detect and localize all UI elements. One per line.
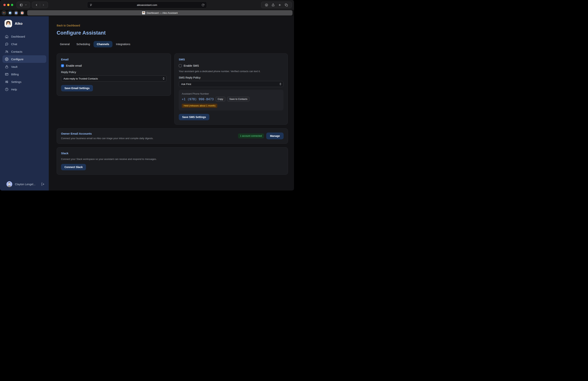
reply-policy-value: Auto-reply to Trusted Contacts — [63, 77, 98, 80]
assistant-phone-number: +1 (978) 990-8473 — [182, 98, 214, 101]
email-heading: Email — [61, 58, 167, 61]
sliders-icon — [5, 80, 8, 84]
logout-icon[interactable] — [41, 182, 44, 186]
blue-circle-app-icon — [9, 12, 12, 14]
contacts-icon — [5, 50, 8, 53]
reply-policy-select[interactable]: Auto-reply to Trusted Contacts — [61, 76, 167, 81]
sidebar-item-label: Help — [11, 88, 17, 91]
tab-strip: Dashboard — Aiko Assistant — [0, 10, 294, 16]
lock-icon — [5, 65, 8, 69]
sidebar-item-label: Dashboard — [11, 35, 25, 38]
sidebar-item-dashboard[interactable]: Dashboard — [2, 33, 46, 40]
slack-card: Slack Connect your Slack workspace so yo… — [57, 147, 288, 175]
owner-email-heading: Owner Email Accounts — [61, 132, 153, 135]
sidebar-item-contacts[interactable]: Contacts — [2, 48, 46, 55]
slack-heading: Slack — [61, 152, 284, 155]
manage-button[interactable]: Manage — [266, 133, 284, 139]
toolbar-actions-group — [261, 2, 292, 8]
sms-card: SMS Enable SMS Your assistant gets a ded… — [174, 53, 288, 125]
browser-toolbar: aikoassistant.com — [0, 0, 294, 10]
chevron-down-icon[interactable] — [24, 4, 28, 6]
divider — [40, 3, 40, 7]
sidebar-toggle-icon[interactable] — [19, 3, 24, 7]
app-body: Aiko Dashboard Chat Contacts Configure — [0, 16, 294, 191]
sidebar-item-help[interactable]: Help — [2, 85, 46, 93]
pinned-tab-spiral-app[interactable] — [14, 10, 19, 15]
phone-label: Assistant Phone Number — [182, 92, 280, 95]
tab-channels[interactable]: Channels — [94, 41, 112, 47]
page-settings-icon[interactable] — [90, 4, 92, 6]
sidebar-nav: Dashboard Chat Contacts Configure Vault — [0, 33, 49, 93]
brand-row: Aiko — [0, 20, 49, 27]
main-content: Back to Dashboard Configure Assistant Ge… — [49, 16, 294, 191]
sms-reply-policy-value: Ask First — [181, 83, 191, 85]
browser-window: aikoassistant.com — [0, 0, 294, 191]
sidebar-item-label: Billing — [11, 73, 19, 76]
back-to-dashboard-link[interactable]: Back to Dashboard — [57, 24, 80, 27]
save-sms-settings-button[interactable]: Save SMS Settings — [179, 114, 209, 120]
email-card: Email Enable email Reply Policy Auto-rep… — [57, 53, 171, 96]
sidebar: Aiko Dashboard Chat Contacts Configure — [0, 16, 49, 191]
enable-email-checkbox[interactable] — [61, 64, 64, 67]
sms-reply-policy-select[interactable]: Ask First — [179, 81, 283, 87]
gmail-icon — [3, 12, 5, 14]
sms-reply-policy-label: SMS Reply Policy — [179, 76, 283, 79]
sidebar-item-chat[interactable]: Chat — [2, 40, 46, 48]
user-row: Clayton Lengel... — [0, 181, 49, 187]
accounts-connected-badge: 1 account connected — [238, 134, 264, 138]
home-icon — [5, 35, 8, 38]
sidebar-item-label: Settings — [11, 80, 21, 83]
sidebar-item-label: Chat — [11, 42, 17, 46]
downloads-icon[interactable] — [263, 3, 270, 7]
enable-sms-checkbox[interactable] — [179, 64, 182, 67]
blue-spiral-app-icon — [15, 12, 18, 14]
number-status-badge: Held (releases about 1 month) — [182, 104, 217, 108]
user-name: Clayton Lengel... — [15, 183, 38, 186]
tab-scheduling[interactable]: Scheduling — [73, 41, 93, 47]
owner-email-description: Connect your business email so Aiko can … — [61, 137, 153, 140]
history-nav-group — [32, 2, 48, 8]
sidebar-item-settings[interactable]: Settings — [2, 78, 46, 85]
user-avatar[interactable] — [6, 181, 12, 187]
sidebar-toggle-group — [17, 2, 30, 8]
reload-icon[interactable] — [202, 4, 204, 6]
sidebar-item-configure[interactable]: Configure — [2, 55, 46, 63]
gear-icon — [5, 57, 8, 61]
close-window-button[interactable] — [3, 4, 6, 6]
tab-title: Dashboard — Aiko Assistant — [147, 12, 178, 14]
tab-general[interactable]: General — [57, 41, 73, 47]
save-email-settings-button[interactable]: Save Email Settings — [61, 85, 93, 91]
url-bar[interactable]: aikoassistant.com — [87, 1, 207, 8]
pinned-tab-gmail[interactable] — [1, 10, 6, 15]
pinned-tab-heart-app[interactable] — [20, 10, 24, 15]
traffic-lights — [3, 4, 13, 6]
sidebar-item-label: Vault — [11, 65, 17, 68]
select-chevrons-icon — [279, 83, 282, 85]
chat-bubble-icon — [5, 42, 8, 46]
connect-slack-button[interactable]: Connect Slack — [61, 164, 86, 170]
pinned-tab-mail-app[interactable] — [8, 10, 12, 15]
copy-button[interactable]: Copy — [215, 97, 225, 101]
reply-policy-label: Reply Policy — [61, 71, 167, 74]
zoom-window-button[interactable] — [11, 4, 13, 6]
back-button[interactable] — [34, 3, 39, 7]
minimize-window-button[interactable] — [7, 4, 9, 6]
tab-integrations[interactable]: Integrations — [113, 41, 134, 47]
help-icon — [5, 88, 8, 91]
new-tab-icon[interactable] — [276, 3, 283, 7]
save-to-contacts-button[interactable]: Save to Contacts — [227, 97, 250, 101]
sms-heading: SMS — [179, 58, 283, 61]
assistant-phone-panel: Assistant Phone Number +1 (978) 990-8473… — [179, 90, 283, 110]
active-tab[interactable]: Dashboard — Aiko Assistant — [27, 10, 293, 16]
url-text: aikoassistant.com — [137, 4, 157, 6]
sidebar-item-vault[interactable]: Vault — [2, 63, 46, 70]
settings-tabs: General Scheduling Channels Integrations — [57, 41, 288, 47]
tab-overview-icon[interactable] — [283, 3, 290, 7]
credit-card-icon — [5, 73, 8, 76]
share-icon[interactable] — [270, 3, 276, 7]
sidebar-item-billing[interactable]: Billing — [2, 70, 46, 78]
sidebar-item-label: Contacts — [11, 50, 22, 53]
forward-button[interactable] — [41, 3, 46, 7]
heart-app-icon — [21, 12, 24, 14]
slack-description: Connect your Slack workspace so your ass… — [61, 158, 284, 160]
